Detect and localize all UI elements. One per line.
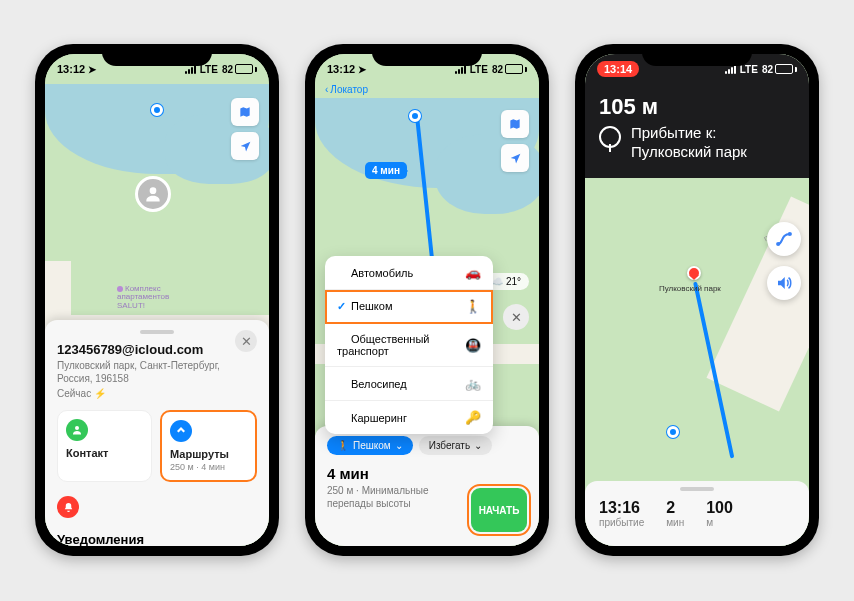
status-time: 13:12	[57, 63, 85, 75]
battery-icon: 82	[762, 64, 797, 75]
map-layers-icon	[508, 117, 522, 131]
close-button[interactable]: ✕	[235, 330, 257, 352]
routes-label: Маршруты	[170, 448, 247, 460]
arrival-sheet[interactable]: 13:16 прибытие 2 мин 100 м	[585, 481, 809, 546]
bottom-sheet[interactable]: ✕ 123456789@icloud.com Пулковский парк, …	[45, 320, 269, 546]
eta-bubble: 4 мин	[365, 162, 407, 179]
mode-carshare[interactable]: Каршеринг 🔑	[325, 401, 493, 434]
walk-icon: 🚶	[337, 440, 349, 451]
route-summary-sheet[interactable]: 🚶 Пешком ⌄ Избегать ⌄ 4 мин 250 м · Мини…	[315, 426, 539, 546]
start-button[interactable]: НАЧАТЬ	[471, 488, 527, 532]
speaker-icon	[775, 274, 793, 292]
routes-icon	[170, 420, 192, 442]
close-menu-button[interactable]: ✕	[503, 304, 529, 330]
svg-point-0	[150, 187, 157, 194]
walk-icon: 🚶	[465, 299, 481, 314]
arrival-minutes: 2 мин	[666, 491, 684, 528]
location-services-icon: ➤	[358, 64, 366, 75]
battery-icon: 82	[492, 64, 527, 75]
notch	[642, 44, 752, 66]
chevron-down-icon: ⌄	[474, 440, 482, 451]
avoid-chip[interactable]: Избегать ⌄	[419, 436, 492, 455]
recenter-button[interactable]	[231, 132, 259, 160]
banner-text: Прибытие к: Пулковский парк	[631, 124, 747, 162]
now-label: Сейчас	[57, 388, 91, 399]
battery-glyph-icon: ⚡	[94, 388, 106, 399]
notch	[102, 44, 212, 66]
sheet-handle[interactable]	[140, 330, 174, 334]
person-icon	[143, 184, 163, 204]
close-icon: ✕	[241, 334, 252, 349]
status-time-pill: 13:14	[597, 61, 639, 77]
route-start-dot	[409, 110, 421, 122]
filter-chips: 🚶 Пешком ⌄ Избегать ⌄	[327, 436, 527, 455]
poi-label: Комплекс апартаментов SALUT!	[117, 285, 169, 310]
map-mode-button[interactable]	[231, 98, 259, 126]
destination-pin-label: Пулковский парк	[659, 284, 721, 293]
screen: 13:14 LTE 82 105 м Прибытие к:	[585, 54, 809, 546]
close-icon: ✕	[511, 310, 522, 325]
mode-car[interactable]: Автомобиль 🚗	[325, 256, 493, 290]
map-mode-button[interactable]	[501, 110, 529, 138]
check-icon: ✓	[337, 300, 351, 313]
map-layers-icon	[238, 105, 252, 119]
notch	[372, 44, 482, 66]
phone-3: 13:14 LTE 82 105 м Прибытие к:	[575, 44, 819, 556]
route-overview-button[interactable]	[767, 222, 801, 256]
notifications-label: Уведомления	[57, 532, 257, 546]
svg-point-1	[75, 426, 79, 430]
sheet-subtitle: Пулковский парк, Санкт-Петербург, Россия…	[57, 359, 257, 385]
back-label: Локатор	[330, 84, 368, 95]
audio-button[interactable]	[767, 266, 801, 300]
contact-icon	[66, 419, 88, 441]
screen: 13:12 ➤ LTE 82	[45, 54, 269, 546]
routes-card[interactable]: Маршруты 250 м · 4 мин	[160, 410, 257, 482]
key-icon: 🔑	[465, 410, 481, 425]
map-controls	[231, 98, 259, 160]
chevron-down-icon: ⌄	[395, 440, 403, 451]
location-arrow-icon	[509, 152, 522, 165]
recenter-button[interactable]	[501, 144, 529, 172]
svg-point-3	[788, 232, 792, 236]
transport-mode-menu: Автомобиль 🚗 ✓Пешком 🚶 Общественный тран…	[325, 256, 493, 434]
arrival-time: 13:16 прибытие	[599, 491, 644, 528]
back-button[interactable]: ‹ Локатор	[325, 84, 368, 95]
action-cards: Контакт Маршруты 250 м · 4 мин	[57, 410, 257, 482]
summary-title: 4 мин	[327, 465, 527, 482]
routes-sub: 250 м · 4 мин	[170, 462, 247, 472]
chevron-left-icon: ‹	[325, 84, 328, 95]
location-services-icon: ➤	[88, 64, 96, 75]
mode-transit[interactable]: Общественный транспорт 🚇	[325, 324, 493, 367]
mode-chip[interactable]: 🚶 Пешком ⌄	[327, 436, 413, 455]
screen: 13:12 ➤ LTE 82 ‹ Локатор	[315, 54, 539, 546]
contact-label: Контакт	[66, 447, 143, 459]
mode-bike[interactable]: Велосипед 🚲	[325, 367, 493, 401]
banner-distance: 105 м	[599, 94, 795, 120]
nav-side-buttons	[767, 222, 801, 300]
map-person-dot	[151, 104, 163, 116]
phone-1: 13:12 ➤ LTE 82	[35, 44, 279, 556]
notifications-icon[interactable]	[57, 496, 79, 518]
sheet-title: 123456789@icloud.com	[57, 342, 257, 357]
route-icon	[774, 229, 794, 249]
destination-pin	[687, 266, 701, 280]
destination-pin-icon	[599, 126, 621, 148]
phone-2: 13:12 ➤ LTE 82 ‹ Локатор	[305, 44, 549, 556]
contact-card[interactable]: Контакт	[57, 410, 152, 482]
avatar[interactable]	[135, 176, 171, 212]
sheet-handle[interactable]	[680, 487, 714, 491]
location-arrow-icon	[239, 140, 252, 153]
arrival-distance: 100 м	[706, 491, 733, 528]
svg-point-2	[776, 242, 780, 246]
car-icon: 🚗	[465, 265, 481, 280]
weather-temp: 21°	[506, 276, 521, 287]
mode-walk[interactable]: ✓Пешком 🚶	[325, 290, 493, 324]
bike-icon: 🚲	[465, 376, 481, 391]
map-controls	[501, 110, 529, 172]
current-location-dot	[667, 426, 679, 438]
battery-icon: 82	[222, 64, 257, 75]
transit-icon: 🚇	[465, 338, 481, 353]
status-time: 13:12	[327, 63, 355, 75]
poi-dot-icon	[117, 286, 123, 292]
